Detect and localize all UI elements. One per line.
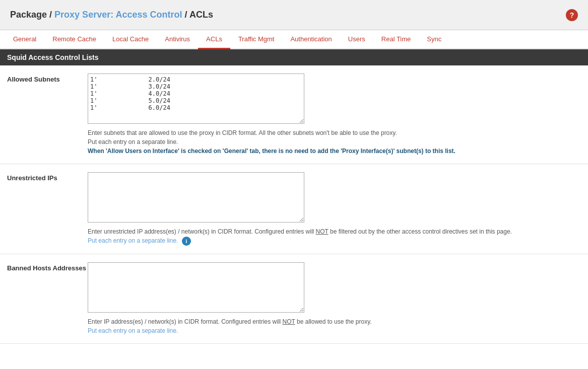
nav-tabs: General Remote Cache Local Cache Antivir… xyxy=(0,30,588,49)
tab-antivirus[interactable]: Antivirus xyxy=(157,30,198,49)
unrestricted-ips-label: Unrestricted IPs xyxy=(7,172,88,182)
tab-sync[interactable]: Sync xyxy=(419,30,449,49)
unrestricted-ips-input[interactable] xyxy=(88,172,304,223)
breadcrumb-package: Package xyxy=(10,10,47,20)
breadcrumb-sep1: / xyxy=(49,10,54,20)
tab-local-cache[interactable]: Local Cache xyxy=(104,30,157,49)
allowed-subnets-help3: When 'Allow Users on Interface' is check… xyxy=(88,147,455,155)
tab-traffic-mgmt[interactable]: Traffic Mgmt xyxy=(230,30,283,49)
banned-hosts-input[interactable] xyxy=(88,262,304,313)
tab-authentication[interactable]: Authentication xyxy=(282,30,340,49)
section-header: Squid Access Control Lists xyxy=(0,49,588,65)
unrestricted-ips-help2: Put each entry on a separate line. xyxy=(88,237,178,244)
info-icon[interactable]: i xyxy=(182,237,191,246)
allowed-subnets-help2: Put each entry on a separate line. xyxy=(88,138,178,145)
breadcrumb-sep2: / xyxy=(185,10,189,20)
banned-hosts-row: Banned Hosts Addresses Enter IP address(… xyxy=(0,254,588,344)
help-icon[interactable]: ? xyxy=(566,9,578,21)
allowed-subnets-input[interactable]: 1' 2.0/24 1' 3.0/24 1' 4.0/24 1' 5.0/24 … xyxy=(88,73,304,124)
allowed-subnets-help: Enter subnets that are allowed to use th… xyxy=(88,128,541,156)
page-header: Package / Proxy Server: Access Control /… xyxy=(0,0,588,30)
tab-general[interactable]: General xyxy=(5,30,44,49)
breadcrumb-proxy-link[interactable]: Proxy Server: Access Control xyxy=(54,10,182,20)
section-title: Squid Access Control Lists xyxy=(7,53,99,61)
unrestricted-ips-help: Enter unrestricted IP address(es) / netw… xyxy=(88,227,541,246)
unrestricted-ips-row: Unrestricted IPs Enter unrestricted IP a… xyxy=(0,164,588,254)
allowed-subnets-help1: Enter subnets that are allowed to use th… xyxy=(88,129,397,136)
banned-hosts-help: Enter IP address(es) / network(s) in CID… xyxy=(88,317,541,335)
tab-remote-cache[interactable]: Remote Cache xyxy=(44,30,104,49)
banned-hosts-help2: Put each entry on a separate line. xyxy=(88,327,178,334)
allowed-subnets-row: Allowed Subnets 1' 2.0/24 1' 3.0/24 1' 4… xyxy=(0,65,588,164)
tab-acls[interactable]: ACLs xyxy=(198,30,230,49)
banned-hosts-help1: Enter IP address(es) / network(s) in CID… xyxy=(88,318,372,325)
breadcrumb-current: ACLs xyxy=(189,10,213,20)
banned-hosts-label: Banned Hosts Addresses xyxy=(7,262,88,272)
banned-hosts-field: Enter IP address(es) / network(s) in CID… xyxy=(88,262,581,335)
breadcrumb: Package / Proxy Server: Access Control /… xyxy=(10,10,213,20)
tab-real-time[interactable]: Real Time xyxy=(373,30,419,49)
allowed-subnets-field: 1' 2.0/24 1' 3.0/24 1' 4.0/24 1' 5.0/24 … xyxy=(88,73,581,156)
unrestricted-ips-help1: Enter unrestricted IP address(es) / netw… xyxy=(88,228,512,235)
main-content: Squid Access Control Lists Allowed Subne… xyxy=(0,49,588,344)
allowed-subnets-label: Allowed Subnets xyxy=(7,73,88,83)
tab-users[interactable]: Users xyxy=(340,30,373,49)
unrestricted-ips-field: Enter unrestricted IP address(es) / netw… xyxy=(88,172,581,246)
